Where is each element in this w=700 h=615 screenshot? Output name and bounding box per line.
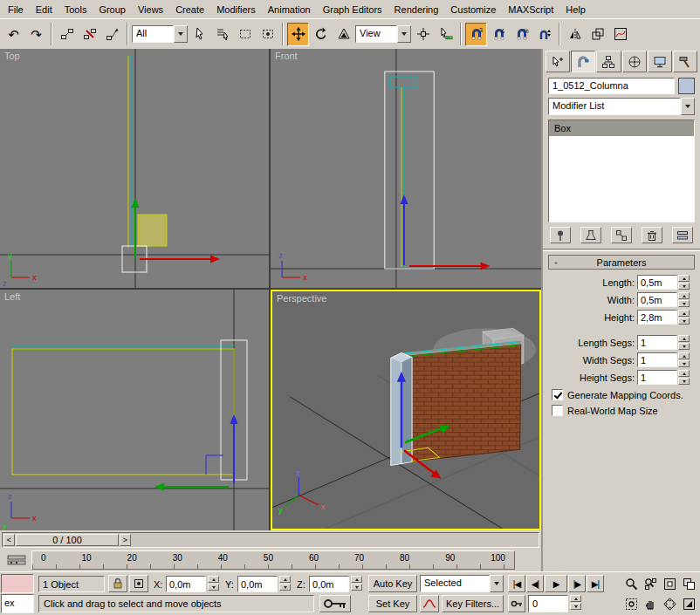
bind-to-spacewarp-button[interactable]	[101, 23, 123, 46]
width-input[interactable]: 0,5m	[637, 292, 677, 307]
menu-item-maxscript[interactable]: MAXScript	[502, 2, 559, 17]
unlink-selection-button[interactable]	[79, 23, 100, 46]
menu-item-views[interactable]: Views	[132, 2, 169, 17]
make-unique-button[interactable]	[611, 227, 632, 243]
time-slider-prev-button[interactable]: <	[3, 534, 15, 546]
percent-snap-button[interactable]: %	[511, 23, 532, 46]
pin-stack-button[interactable]	[550, 227, 571, 243]
maxscript-macro-recorder-pane[interactable]	[1, 574, 34, 593]
chevron-down-icon[interactable]	[490, 575, 504, 592]
current-frame-field[interactable]: 0	[528, 595, 568, 612]
previous-frame-button[interactable]: ◀|	[526, 575, 544, 592]
viewport-top[interactable]: x y z Top	[0, 49, 269, 288]
zoom-button[interactable]	[621, 574, 641, 593]
z-coordinate-field[interactable]: 0,0m	[309, 576, 349, 592]
select-and-scale-button[interactable]	[333, 23, 354, 46]
menu-item-customize[interactable]: Customize	[444, 2, 502, 17]
object-name-field[interactable]: 1_0512_Columna	[548, 78, 675, 94]
height-spinner[interactable]	[678, 310, 690, 325]
spinner-snap-button[interactable]	[533, 23, 555, 46]
menu-item-animation[interactable]: Animation	[262, 2, 317, 17]
select-and-rotate-button[interactable]	[310, 23, 332, 46]
menu-item-file[interactable]: File	[2, 2, 30, 17]
tab-create[interactable]	[546, 51, 570, 72]
maxscript-mini-listener[interactable]: ex	[1, 594, 34, 613]
menu-item-group[interactable]: Group	[93, 2, 132, 17]
parameters-rollout-header[interactable]: - Parameters	[548, 255, 695, 270]
use-pivot-point-center-button[interactable]	[412, 23, 434, 46]
menu-item-help[interactable]: Help	[559, 2, 592, 17]
chevron-down-icon[interactable]	[174, 25, 188, 43]
generate-mapping-coords-checkbox[interactable]	[552, 389, 563, 400]
set-key-button[interactable]: Set Key	[368, 595, 417, 612]
rectangular-selection-region-button[interactable]	[234, 23, 256, 46]
open-mini-curve-editor-button[interactable]	[2, 550, 31, 570]
tab-utilities[interactable]	[673, 51, 697, 72]
width-segs-input[interactable]: 1	[637, 352, 677, 367]
redo-button[interactable]: ↷	[25, 23, 47, 46]
time-slider-track[interactable]: < 0 / 100 >	[2, 532, 539, 548]
height-segs-spinner[interactable]	[678, 370, 690, 385]
set-keys-button[interactable]	[319, 595, 351, 612]
chevron-down-icon[interactable]	[681, 98, 695, 115]
viewport-left[interactable]: x z y Left	[0, 290, 269, 530]
menu-item-graph-editors[interactable]: Graph Editors	[317, 2, 388, 17]
menu-item-edit[interactable]: Edit	[30, 2, 58, 17]
selection-lock-toggle[interactable]	[108, 575, 127, 592]
x-spinner[interactable]	[208, 576, 219, 592]
remove-modifier-button[interactable]	[642, 227, 662, 243]
select-by-name-button[interactable]	[211, 23, 233, 46]
track-bar[interactable]: 0 10 20 30 40 50 60 70 80 90 100	[31, 550, 515, 570]
modifier-stack-item[interactable]: Box	[549, 120, 694, 136]
zoom-all-button[interactable]	[641, 574, 660, 593]
selection-filter-dropdown[interactable]: All	[132, 25, 188, 43]
align-button[interactable]	[587, 23, 608, 46]
key-mode-toggle[interactable]	[508, 595, 525, 612]
go-to-start-button[interactable]: |◀	[508, 575, 525, 592]
pan-view-button[interactable]	[641, 594, 660, 613]
viewport-perspective[interactable]: x y z Perspective	[271, 290, 541, 530]
height-input[interactable]: 2,8m	[637, 310, 677, 325]
tab-modify[interactable]	[571, 51, 595, 72]
zoom-region-button[interactable]	[621, 594, 641, 613]
key-filter-selection-dropdown[interactable]: Selected	[420, 575, 504, 592]
tab-hierarchy[interactable]	[596, 51, 621, 72]
angle-snap-button[interactable]	[488, 23, 510, 46]
time-slider-next-button[interactable]: >	[120, 534, 131, 546]
select-object-button[interactable]	[189, 23, 210, 46]
length-segs-spinner[interactable]	[678, 335, 690, 350]
width-segs-spinner[interactable]	[678, 352, 690, 367]
key-filters-button[interactable]: Key Filters...	[442, 595, 504, 612]
viewport-front[interactable]: x z Front	[271, 49, 541, 288]
tab-display[interactable]	[648, 51, 672, 72]
menu-item-create[interactable]: Create	[169, 2, 210, 17]
menu-item-rendering[interactable]: Rendering	[388, 2, 445, 17]
select-and-link-button[interactable]	[56, 23, 78, 46]
z-spinner[interactable]	[351, 576, 362, 592]
reference-coordinate-dropdown[interactable]: View	[355, 25, 411, 43]
modifier-list-dropdown[interactable]: Modifier List	[548, 98, 695, 115]
width-spinner[interactable]	[678, 292, 690, 307]
show-end-result-button[interactable]	[580, 227, 601, 243]
zoom-extents-all-button[interactable]	[679, 574, 698, 593]
length-spinner[interactable]	[678, 275, 690, 290]
select-and-move-button[interactable]	[287, 23, 309, 46]
real-world-map-size-checkbox[interactable]	[552, 405, 563, 416]
y-coordinate-field[interactable]: 0,0m	[237, 576, 278, 592]
undo-button[interactable]: ↶	[3, 23, 24, 46]
default-tangent-button[interactable]	[420, 595, 439, 612]
mirror-button[interactable]	[564, 23, 586, 46]
modifier-stack[interactable]: Box	[548, 120, 695, 222]
menu-item-tools[interactable]: Tools	[58, 2, 93, 17]
tab-motion[interactable]	[622, 51, 647, 72]
y-spinner[interactable]	[279, 576, 291, 592]
play-animation-button[interactable]: ▶	[545, 575, 567, 592]
configure-modifier-sets-button[interactable]	[672, 227, 693, 243]
frame-spinner[interactable]	[570, 595, 581, 612]
object-color-swatch[interactable]	[678, 78, 695, 94]
absolute-offset-mode-toggle[interactable]	[129, 575, 148, 592]
auto-key-button[interactable]: Auto Key	[368, 575, 417, 592]
snap-toggle-3d-button[interactable]: 3	[465, 23, 487, 46]
curve-editor-button[interactable]	[609, 23, 631, 46]
window-crossing-button[interactable]	[257, 23, 278, 46]
